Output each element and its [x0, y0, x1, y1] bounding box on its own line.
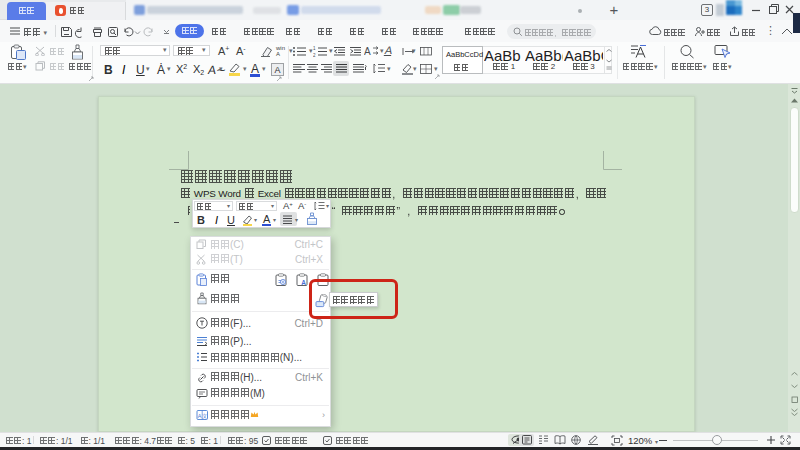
svg-text:A: A — [364, 46, 371, 57]
svg-text:A: A — [301, 279, 306, 286]
svg-text:1: 1 — [313, 46, 316, 51]
svg-text:A: A — [274, 65, 280, 75]
svg-text:2: 2 — [313, 53, 316, 58]
svg-text:文: 文 — [202, 413, 208, 419]
